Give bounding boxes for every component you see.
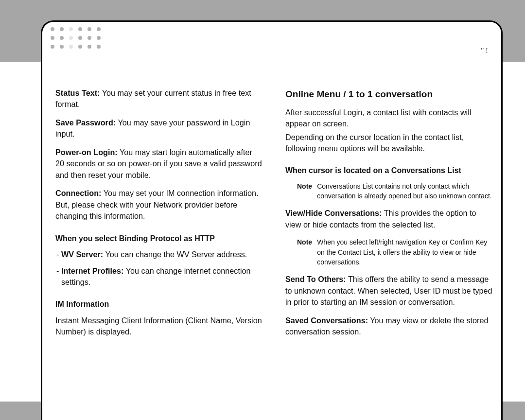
status-text-para: Status Text: You may set your current st… [55,88,263,110]
saved-conversations-label: Saved Conversations: [285,316,368,325]
header-dot [51,45,54,49]
send-to-others-label: Send To Others: [285,275,346,283]
header-dot [60,36,64,40]
wv-server-body: You can change the WV Server address. [103,250,247,259]
binding-protocol-heading: When you select Binding Protocol as HTTP [55,233,263,244]
saved-conversations-para: Saved Conversations: You may view or del… [285,315,493,338]
wv-server-item: WV Server: You can change the WV Server … [55,249,263,260]
header-dot [60,45,64,49]
header-dot [69,45,73,49]
save-password-label: Save Password: [55,118,116,127]
wv-server-label: WV Server: [61,250,103,259]
note-label: Note [297,181,312,201]
header-dot [51,36,54,40]
header-dot [97,45,101,49]
header-dot [97,27,101,31]
header-dot-grid [51,27,101,49]
note-block-2: Note When you select left/right navigati… [297,237,493,267]
intro-para-2: Depending on the cursor location in the … [285,132,493,155]
cursor-located-heading: When cursor is located on a Conversation… [285,165,493,176]
im-information-heading: IM Information [55,298,263,310]
header-dot [78,27,82,31]
note-label: Note [297,237,312,267]
right-column: Online Menu / 1 to 1 conversation After … [285,88,493,396]
header-dot [78,45,82,49]
connection-para: Connection: You may set your IM connecti… [55,188,263,222]
note-block-1: Note Conversations List contains not onl… [297,181,493,201]
internet-profiles-label: Internet Profiles: [61,266,124,275]
note-1-text: Conversations List contains not only con… [317,181,493,201]
page-number: " ! [481,47,488,55]
power-on-para: Power-on Login: You may start login auto… [55,147,263,181]
im-information-body: Instant Messaging Client Information (Cl… [55,315,263,338]
left-column: Status Text: You may set your current st… [55,88,263,396]
view-hide-label: View/Hide Conversations: [285,209,382,217]
send-to-others-para: Send To Others: This offers the ability … [285,274,493,308]
view-hide-para: View/Hide Conversations: This provides t… [285,208,493,230]
power-on-label: Power-on Login: [55,148,118,157]
note-2-text: When you select left/right navigation Ke… [317,237,493,267]
intro-para-1: After successful Login, a contact list w… [285,107,493,130]
header-dot [88,45,91,49]
header-dot [60,27,64,31]
connection-label: Connection: [55,189,101,197]
header-dot [51,27,54,31]
content-columns: Status Text: You may set your current st… [55,88,493,396]
status-text-label: Status Text: [55,88,100,97]
header-dot [88,36,91,40]
online-menu-title: Online Menu / 1 to 1 conversation [285,88,493,101]
save-password-para: Save Password: You may save your passwor… [55,117,263,140]
internet-profiles-item: Internet Profiles: You can change intern… [55,265,263,288]
header-dot [78,36,82,40]
header-dot [88,27,91,31]
header-dot [69,36,73,40]
header-dot [97,36,101,40]
header-dot [69,27,73,31]
